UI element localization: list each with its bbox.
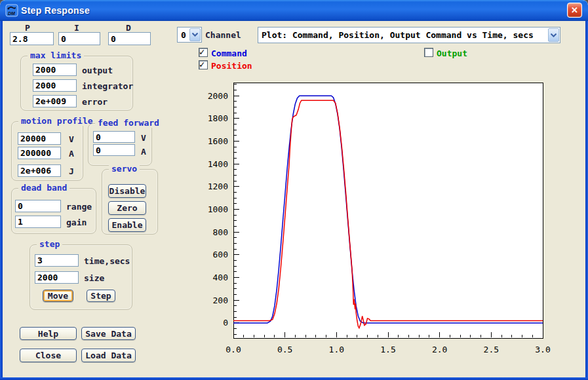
p-input[interactable] bbox=[10, 32, 54, 45]
deadband-gain-input[interactable] bbox=[15, 216, 61, 228]
move-button[interactable]: Move bbox=[43, 290, 73, 302]
output-checkbox[interactable]: ✓ bbox=[424, 48, 433, 57]
close-window-button[interactable]: Close bbox=[20, 349, 77, 362]
max-output-input[interactable] bbox=[33, 64, 77, 76]
servo-disable-button[interactable]: Disable bbox=[108, 184, 146, 198]
save-data-button[interactable]: Save Data bbox=[81, 327, 136, 340]
ff-v-label: V bbox=[141, 133, 146, 143]
window-border-left bbox=[0, 21, 3, 380]
svg-text:600: 600 bbox=[213, 250, 228, 259]
svg-text:3.0: 3.0 bbox=[535, 345, 550, 354]
servo-title: servo bbox=[109, 164, 140, 174]
svg-text:DM: DM bbox=[8, 11, 15, 16]
max-error-label: error bbox=[82, 97, 108, 107]
app-window: DM Step Response ✕ P I D 0 Channel Plot:… bbox=[0, 0, 588, 380]
max-integrator-input[interactable] bbox=[33, 79, 77, 92]
svg-text:1400: 1400 bbox=[208, 159, 228, 169]
svg-text:1800: 1800 bbox=[208, 113, 228, 123]
command-checkbox[interactable]: ✓ bbox=[199, 48, 208, 57]
close-button[interactable]: ✕ bbox=[567, 3, 582, 18]
p-label: P bbox=[25, 23, 30, 33]
servo-enable-button[interactable]: Enable bbox=[108, 218, 146, 232]
load-data-button[interactable]: Load Data bbox=[81, 349, 136, 362]
chart-svg: 02004006008001000120014001600180020000.0… bbox=[197, 77, 570, 369]
svg-text:200: 200 bbox=[213, 295, 228, 305]
svg-text:2.0: 2.0 bbox=[432, 345, 447, 354]
step-title: step bbox=[37, 239, 62, 249]
output-checkbox-label: Output bbox=[437, 48, 467, 58]
channel-select[interactable]: 0 bbox=[177, 27, 202, 43]
svg-text:1.5: 1.5 bbox=[380, 345, 395, 354]
feed-forward-title: feed forward bbox=[95, 118, 162, 128]
position-checkbox[interactable]: ✓ bbox=[199, 60, 208, 69]
svg-text:2.5: 2.5 bbox=[484, 345, 499, 354]
svg-text:0.0: 0.0 bbox=[225, 345, 241, 354]
motion-profile-title: motion profile bbox=[18, 116, 96, 126]
max-integrator-label: integrator bbox=[82, 81, 133, 91]
svg-text:800: 800 bbox=[213, 227, 228, 237]
svg-text:0.5: 0.5 bbox=[277, 345, 292, 354]
profile-a-label: A bbox=[69, 149, 74, 159]
profile-j-label: J bbox=[69, 166, 74, 176]
chevron-down-icon[interactable] bbox=[548, 28, 559, 42]
max-limits-title: max limits bbox=[28, 50, 84, 60]
channel-label: Channel bbox=[205, 30, 241, 40]
max-output-label: output bbox=[82, 66, 113, 75]
ff-a-label: A bbox=[141, 147, 146, 157]
servo-zero-button[interactable]: Zero bbox=[108, 201, 146, 215]
chevron-down-icon[interactable] bbox=[189, 28, 201, 41]
svg-text:1000: 1000 bbox=[208, 204, 228, 214]
ff-v-input[interactable] bbox=[93, 131, 135, 143]
position-checkbox-label: Position bbox=[211, 61, 252, 71]
plot-select-value: Plot: Command, Position, Output Command … bbox=[258, 30, 547, 40]
svg-text:400: 400 bbox=[213, 273, 228, 282]
svg-text:0: 0 bbox=[223, 318, 228, 328]
step-button[interactable]: Step bbox=[87, 290, 115, 302]
dead-band-title: dead band bbox=[18, 183, 69, 193]
window-border-bottom bbox=[0, 377, 588, 380]
d-input[interactable] bbox=[108, 32, 151, 45]
ff-a-input[interactable] bbox=[93, 144, 135, 156]
window-title: Step Response bbox=[21, 5, 90, 16]
i-input[interactable] bbox=[58, 32, 100, 45]
title-bar[interactable]: DM Step Response ✕ bbox=[0, 0, 588, 21]
deadband-gain-label: gain bbox=[66, 218, 87, 227]
svg-text:1200: 1200 bbox=[208, 181, 228, 191]
step-time-label: time,secs bbox=[84, 256, 130, 266]
svg-text:1600: 1600 bbox=[208, 136, 228, 146]
deadband-range-input[interactable] bbox=[15, 200, 61, 212]
channel-value: 0 bbox=[178, 30, 189, 40]
step-response-chart: 02004006008001000120014001600180020000.0… bbox=[197, 77, 570, 369]
svg-text:1.0: 1.0 bbox=[329, 345, 344, 354]
deadband-range-label: range bbox=[66, 202, 92, 212]
profile-v-label: V bbox=[69, 134, 74, 144]
profile-j-input[interactable] bbox=[18, 164, 61, 177]
command-checkbox-label: Command bbox=[211, 48, 247, 58]
step-size-label: size bbox=[84, 273, 104, 283]
app-icon: DM bbox=[5, 4, 18, 17]
svg-text:2000: 2000 bbox=[208, 91, 228, 101]
window-border-right bbox=[585, 21, 588, 380]
max-error-input[interactable] bbox=[33, 95, 77, 107]
d-label: D bbox=[126, 23, 131, 33]
help-button[interactable]: Help bbox=[20, 327, 77, 340]
plot-select[interactable]: Plot: Command, Position, Output Command … bbox=[258, 27, 560, 43]
profile-a-input[interactable] bbox=[18, 147, 61, 159]
step-size-input[interactable] bbox=[35, 271, 79, 284]
step-time-input[interactable] bbox=[35, 254, 79, 267]
profile-v-input[interactable] bbox=[18, 132, 61, 145]
i-label: I bbox=[74, 23, 79, 33]
